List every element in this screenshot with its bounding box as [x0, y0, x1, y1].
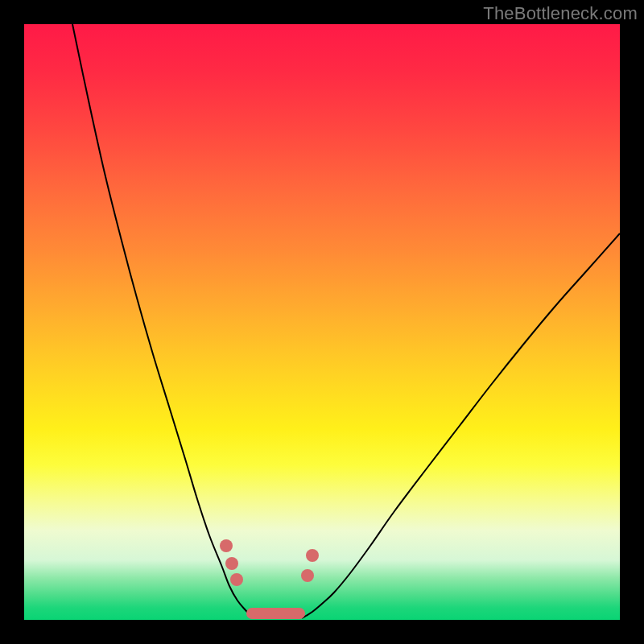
curve-marker [225, 557, 238, 570]
curve-marker [301, 569, 314, 582]
left-curve [72, 24, 252, 617]
curve-marker [220, 539, 233, 552]
curve-layer [24, 24, 620, 620]
plot-area [24, 24, 620, 620]
curve-marker [230, 573, 243, 586]
curve-marker [306, 549, 319, 562]
chart-frame: TheBottleneck.com [0, 0, 644, 644]
right-curve [302, 233, 620, 618]
curve-markers [220, 539, 319, 586]
watermark-text: TheBottleneck.com [483, 3, 638, 24]
